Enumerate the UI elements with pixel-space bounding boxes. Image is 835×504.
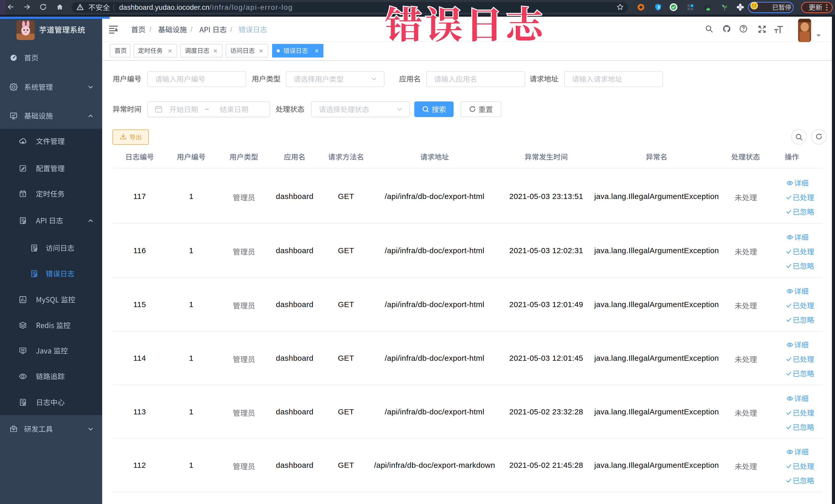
svg-text:on: on: [707, 8, 710, 11]
